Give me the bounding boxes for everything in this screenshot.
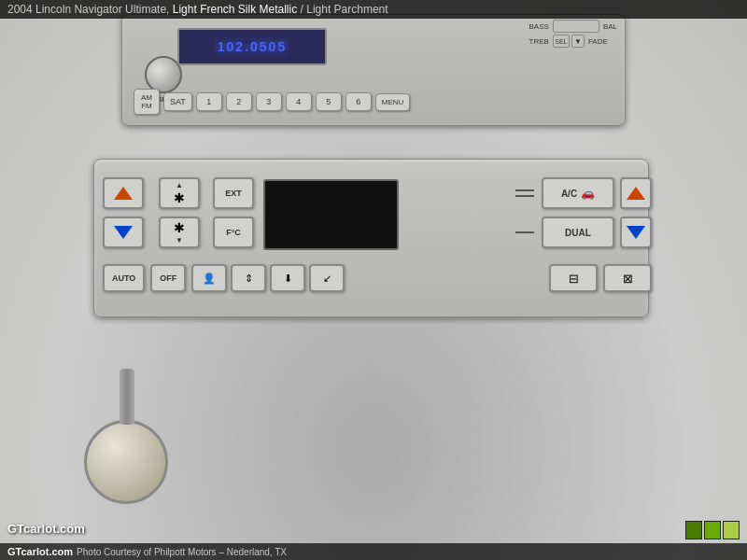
fan-up-icon: ▲ ✱	[174, 181, 185, 205]
vent-bi-level-button[interactable]: ⇕	[231, 264, 266, 292]
exterior-color: Light French Silk Metallic	[173, 3, 297, 16]
right-up-arrow-icon	[627, 187, 645, 200]
gtcarlot-logo: GTcarlot.com	[7, 546, 73, 557]
vent-floor-defrost-button[interactable]: ↙	[309, 264, 345, 292]
stereo-display: 102.0505	[177, 28, 327, 65]
page-wrapper: 2004 Lincoln Navigator Ultimate, Light F…	[0, 0, 747, 560]
separator: /	[301, 3, 303, 16]
car-name: 2004 Lincoln Navigator Ultimate,	[7, 3, 169, 16]
hvac-bottom-right: ⊟ ⊠	[549, 264, 652, 292]
treb-down-btn[interactable]: ▼	[571, 35, 585, 48]
vent-floor-defrost-icon: ↙	[323, 273, 331, 285]
auto-button[interactable]: AUTO	[103, 264, 145, 292]
dual-indicator-line	[515, 231, 534, 233]
treb-controls: SEL ▼	[553, 35, 585, 48]
swatch-lime	[704, 521, 721, 539]
dual-button[interactable]: DUAL	[542, 217, 614, 248]
ac-button[interactable]: A/C 🚗	[542, 177, 614, 209]
left-temp-controls	[103, 177, 144, 248]
fan-up-button[interactable]: ▲ ✱	[159, 177, 200, 209]
interior-color: Light Parchment	[306, 3, 388, 16]
stereo-buttons-row: AM FM SAT 1 2 3 4 5 6 MENU	[134, 89, 410, 115]
sel-btn[interactable]: SEL	[553, 35, 570, 48]
front-defrost-button[interactable]: ⊠	[603, 264, 652, 292]
bal-label: BAL	[603, 22, 617, 31]
gtcarlot-brand: GTcarlot.com	[7, 522, 85, 536]
sat-button[interactable]: SAT	[163, 92, 192, 111]
fan-down-button[interactable]: ✱ ▼	[159, 217, 200, 248]
preset-5-button[interactable]: 5	[316, 92, 342, 111]
sel-label: SEL	[555, 38, 567, 45]
stereo-right-controls: BASS BAL TREB SEL ▼ FADE	[529, 20, 617, 48]
preset-6-button[interactable]: 6	[345, 92, 372, 111]
preset-4-button[interactable]: 4	[286, 92, 312, 111]
vent-face-button[interactable]: 👤	[191, 264, 227, 292]
stereo-display-text: 102.0505	[218, 39, 287, 54]
preset-3-button[interactable]: 3	[256, 92, 282, 111]
up-arrow-icon	[114, 187, 133, 200]
power-knob[interactable]	[145, 56, 182, 93]
title-bar: 2004 Lincoln Navigator Ultimate, Light F…	[0, 0, 747, 19]
down-arrow-icon	[114, 226, 133, 239]
gearshift-knob	[84, 420, 168, 504]
color-swatches	[685, 521, 740, 539]
bass-label: BASS	[529, 22, 549, 31]
vent-face-icon: 👤	[203, 273, 216, 285]
treb-row: TREB SEL ▼ FADE	[529, 35, 617, 48]
ac-indicator-bottom	[515, 195, 534, 197]
hvac-bottom-row: AUTO OFF 👤 ⇕ ⬇ ↙	[103, 264, 345, 292]
vent-floor-button[interactable]: ⬇	[270, 264, 305, 292]
photo-credit-text: Photo Courtesy of Philpott Motors – Nede…	[77, 547, 287, 557]
hvac-display: ​	[263, 179, 399, 250]
gearshift-area	[75, 392, 196, 513]
preset-1-button[interactable]: 1	[196, 92, 222, 111]
fan-controls: ▲ ✱ ✱ ▼	[159, 177, 200, 248]
dual-indicator	[515, 231, 534, 234]
fan-down-icon: ✱ ▼	[174, 220, 185, 245]
ac-indicators	[515, 189, 534, 198]
ac-car-icon: 🚗	[581, 187, 595, 200]
off-button[interactable]: OFF	[150, 264, 186, 292]
fade-label: FADE	[588, 37, 608, 46]
right-down-arrow-icon	[627, 226, 645, 239]
bass-slider[interactable]	[553, 20, 599, 33]
ac-label: A/C	[561, 189, 577, 199]
front-defrost-icon: ⊠	[623, 272, 633, 286]
menu-button[interactable]: MENU	[375, 93, 411, 111]
photo-credit-bar: GTcarlot.com Photo Courtesy of Philpott …	[0, 543, 747, 560]
mode-buttons: EXT F°C	[213, 177, 254, 248]
vent-bi-level-icon: ⇕	[245, 273, 253, 285]
rear-defrost-button[interactable]: ⊟	[549, 264, 598, 292]
hvac-right-controls: A/C 🚗 DUAL	[515, 177, 652, 248]
right-temp-down-button[interactable]	[620, 217, 652, 248]
left-temp-up-button[interactable]	[103, 177, 144, 209]
rear-defrost-icon: ⊟	[569, 272, 579, 286]
gtcarlot-watermark: GTcarlot.com	[7, 520, 85, 537]
ac-indicator-top	[515, 189, 534, 191]
vent-floor-icon: ⬇	[284, 273, 292, 285]
treb-label: TREB	[529, 37, 549, 46]
dual-row: DUAL	[515, 217, 652, 248]
ext-button[interactable]: EXT	[213, 177, 254, 209]
right-temp-up-button[interactable]	[620, 177, 652, 209]
swatch-green	[685, 521, 702, 539]
ac-row: A/C 🚗	[515, 177, 652, 209]
preset-2-button[interactable]: 2	[226, 92, 252, 111]
left-temp-down-button[interactable]	[103, 217, 144, 248]
fc-button[interactable]: F°C	[213, 217, 254, 248]
am-fm-button[interactable]: AM FM	[134, 89, 160, 115]
vent-buttons-group: 👤 ⇕ ⬇ ↙	[191, 264, 345, 292]
swatch-yellow-green	[723, 521, 740, 539]
bass-row: BASS BAL	[529, 20, 617, 33]
gearshift-stem	[120, 369, 134, 425]
